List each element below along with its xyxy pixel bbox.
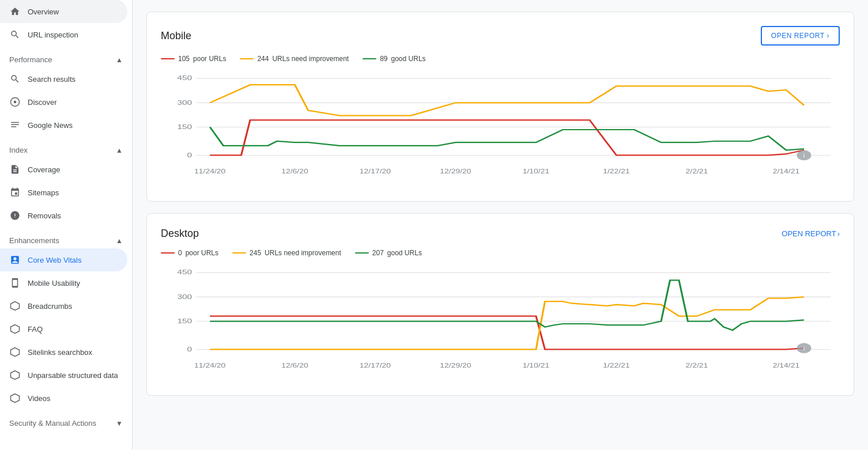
svg-text:0: 0 xyxy=(187,152,193,158)
desktop-legend-poor: 0 poor URLs xyxy=(161,249,218,257)
sidebar-item-coverage[interactable]: Coverage xyxy=(0,158,127,181)
mobile-chart-svg: 450 300 150 0 11/24/20 12/6/20 12/17/20 … xyxy=(161,72,840,187)
sidebar-item-unparsable[interactable]: Unparsable structured data xyxy=(0,364,127,387)
sidebar-item-search-results[interactable]: Search results xyxy=(0,67,127,90)
sidebar-item-videos[interactable]: Videos xyxy=(0,387,127,410)
desktop-card: Desktop OPEN REPORT › 0 poor URLs 245 UR… xyxy=(146,213,854,396)
discover-icon xyxy=(9,96,21,108)
mobile-legend-poor: 105 poor URLs xyxy=(161,55,226,63)
svg-rect-4 xyxy=(11,126,16,127)
svg-text:11/24/20: 11/24/20 xyxy=(194,362,226,369)
desktop-chart: 450 300 150 0 11/24/20 12/6/20 12/17/20 … xyxy=(161,266,840,381)
index-chevron: ▲ xyxy=(116,146,123,154)
svg-marker-9 xyxy=(11,394,20,403)
security-chevron: ▼ xyxy=(116,419,123,428)
sidebar-item-sitemaps[interactable]: Sitemaps xyxy=(0,181,127,204)
mobile-improvement-count: 244 xyxy=(257,55,269,63)
svg-text:12/17/20: 12/17/20 xyxy=(360,362,391,369)
desktop-card-title: Desktop xyxy=(161,228,199,240)
sidebar-section-index[interactable]: Index ▲ xyxy=(0,139,132,158)
sidebar-item-overview[interactable]: Overview xyxy=(0,0,127,23)
svg-text:450: 450 xyxy=(177,269,192,276)
google-news-icon xyxy=(9,119,21,131)
mobile-improvement-line xyxy=(240,58,254,59)
desktop-chart-svg: 450 300 150 0 11/24/20 12/6/20 12/17/20 … xyxy=(161,266,840,381)
sidebar-section-enhancements[interactable]: Enhancements ▲ xyxy=(0,229,132,248)
svg-text:2/14/21: 2/14/21 xyxy=(773,362,800,369)
performance-chevron: ▲ xyxy=(116,56,123,64)
desktop-good-label: good URLs xyxy=(387,249,422,257)
search-icon xyxy=(9,29,21,40)
discover-label: Discover xyxy=(28,98,57,107)
sidebar-item-discover[interactable]: Discover xyxy=(0,90,127,114)
mobile-card-header: Mobile OPEN REPORT › xyxy=(161,26,840,46)
mobile-usability-icon xyxy=(9,277,21,289)
mobile-open-report-button[interactable]: OPEN REPORT › xyxy=(761,26,840,46)
sidebar-item-breadcrumbs[interactable]: Breadcrumbs xyxy=(0,294,127,317)
sitemaps-label: Sitemaps xyxy=(28,188,59,197)
mobile-card-title: Mobile xyxy=(161,30,191,42)
security-section-label: Security & Manual Actions xyxy=(9,419,96,428)
desktop-improvement-count: 245 xyxy=(250,249,261,257)
desktop-poor-label: poor URLs xyxy=(186,249,218,257)
desktop-card-header: Desktop OPEN REPORT › xyxy=(161,228,840,240)
sitemaps-icon xyxy=(9,187,21,198)
search-results-icon xyxy=(9,73,21,85)
mobile-poor-count: 105 xyxy=(178,55,190,63)
svg-text:450: 450 xyxy=(177,75,192,82)
sidebar-item-removals[interactable]: Removals xyxy=(0,204,127,227)
faq-icon xyxy=(9,323,21,335)
svg-text:0: 0 xyxy=(187,346,193,353)
svg-rect-2 xyxy=(11,122,19,123)
mobile-usability-label: Mobile Usability xyxy=(28,279,80,288)
mobile-card: Mobile OPEN REPORT › 105 poor URLs 244 U… xyxy=(146,12,854,202)
core-web-vitals-label: Core Web Vitals xyxy=(28,256,81,264)
svg-point-1 xyxy=(14,101,17,104)
svg-text:1/22/21: 1/22/21 xyxy=(603,362,630,369)
desktop-legend-good: 207 good URLs xyxy=(355,249,422,257)
mobile-improvement-label: URLs need improvement xyxy=(272,55,349,63)
main-content: Mobile OPEN REPORT › 105 poor URLs 244 U… xyxy=(133,0,868,450)
mobile-good-label: good URLs xyxy=(391,55,426,63)
sidebar-item-google-news[interactable]: Google News xyxy=(0,114,127,137)
breadcrumbs-icon xyxy=(9,300,21,312)
unparsable-label: Unparsable structured data xyxy=(28,371,118,380)
svg-text:12/29/20: 12/29/20 xyxy=(440,362,471,369)
svg-text:12/6/20: 12/6/20 xyxy=(281,362,308,369)
mobile-chart: 450 300 150 0 11/24/20 12/6/20 12/17/20 … xyxy=(161,72,840,187)
svg-text:12/6/20: 12/6/20 xyxy=(281,168,308,175)
svg-text:300: 300 xyxy=(177,293,192,300)
sidebar-section-security[interactable]: Security & Manual Actions ▼ xyxy=(0,412,132,431)
svg-rect-3 xyxy=(11,124,19,126)
removals-icon xyxy=(9,210,21,221)
enhancements-section-label: Enhancements xyxy=(9,236,59,245)
sidebar-item-sitelinks-searchbox[interactable]: Sitelinks searchbox xyxy=(0,341,127,364)
sitelinks-searchbox-label: Sitelinks searchbox xyxy=(28,348,92,357)
sidebar-item-core-web-vitals[interactable]: Core Web Vitals xyxy=(0,248,127,271)
svg-text:300: 300 xyxy=(177,99,192,106)
sidebar-section-performance[interactable]: Performance ▲ xyxy=(0,48,132,67)
sidebar: Overview URL inspection Performance ▲ Se… xyxy=(0,0,133,450)
desktop-poor-count: 0 xyxy=(178,249,182,257)
svg-text:11/24/20: 11/24/20 xyxy=(194,168,226,175)
desktop-open-report-button[interactable]: OPEN REPORT › xyxy=(782,229,840,238)
sidebar-item-url-inspection[interactable]: URL inspection xyxy=(0,23,127,46)
desktop-good-line xyxy=(355,252,369,254)
svg-text:12/29/20: 12/29/20 xyxy=(440,168,471,175)
faq-label: FAQ xyxy=(28,325,43,334)
sidebar-item-faq[interactable]: FAQ xyxy=(0,317,127,341)
desktop-open-report-label: OPEN REPORT xyxy=(782,229,836,238)
unparsable-icon xyxy=(9,369,21,381)
videos-icon xyxy=(9,392,21,404)
mobile-good-line xyxy=(363,58,376,59)
desktop-open-report-chevron: › xyxy=(837,229,840,238)
google-news-label: Google News xyxy=(28,121,73,130)
videos-label: Videos xyxy=(28,394,51,403)
desktop-improvement-line xyxy=(232,252,246,254)
desktop-legend-improvement: 245 URLs need improvement xyxy=(232,249,341,257)
svg-text:2/2/21: 2/2/21 xyxy=(686,362,708,369)
svg-text:1/10/21: 1/10/21 xyxy=(523,168,550,175)
svg-marker-8 xyxy=(11,371,20,380)
mobile-open-report-label: OPEN REPORT xyxy=(771,32,825,40)
sidebar-item-mobile-usability[interactable]: Mobile Usability xyxy=(0,271,127,294)
